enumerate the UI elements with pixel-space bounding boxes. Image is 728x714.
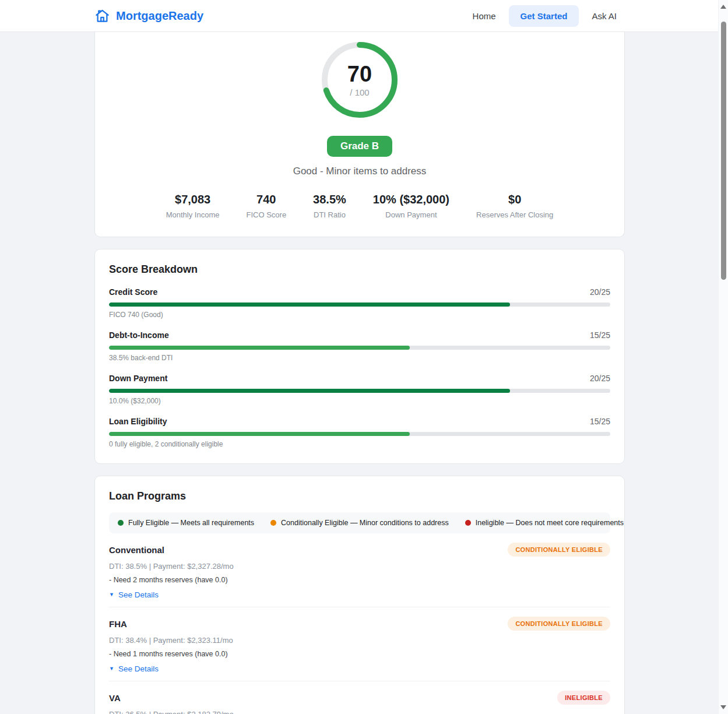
legend-label: Ineligible — Does not meet core requirem… [476, 519, 624, 527]
triangle-down-icon: ▼ [109, 666, 114, 671]
stat-label: Down Payment [373, 210, 449, 219]
loan-list: Conventional CONDITIONALLY ELIGIBLE DTI:… [109, 533, 610, 714]
brand[interactable]: MortgageReady [94, 8, 203, 24]
loan-meta: DTI: 38.4% | Payment: $2,323.11/mo [109, 636, 610, 645]
breakdown-row-head: Credit Score 20/25 [109, 287, 610, 297]
loan-programs-card: Loan Programs Fully Eligible — Meets all… [94, 476, 625, 714]
loan-note: - Need 1 months reserves (have 0.0) [109, 650, 610, 658]
stat-item: 10% ($32,000) Down Payment [373, 193, 449, 219]
loan-head: Conventional CONDITIONALLY ELIGIBLE [109, 543, 610, 557]
legend-dot-icon [118, 520, 124, 526]
breakdown-title: Score Breakdown [109, 263, 610, 276]
loan-name: FHA [109, 619, 127, 629]
stat-value: 38.5% [313, 193, 346, 206]
legend-item: Conditionally Eligible — Minor condition… [270, 519, 449, 527]
breakdown-row: Credit Score 20/25 FICO 740 (Good) [109, 287, 610, 319]
see-details-link[interactable]: ▼ See Details [109, 664, 159, 673]
loan-item: VA INELIGIBLE DTI: 36.5% | Payment: $2,1… [109, 681, 610, 714]
stat-value: $0 [476, 193, 553, 206]
breakdown-row-label: Credit Score [109, 287, 157, 297]
progress-fill [109, 303, 510, 307]
legend-item: Fully Eligible — Meets all requirements [118, 519, 254, 527]
breakdown-row-caption: 38.5% back-end DTI [109, 354, 610, 362]
legend-label: Fully Eligible — Meets all requirements [128, 519, 254, 527]
breakdown-row-label: Debt-to-Income [109, 330, 169, 340]
loan-note: - Need 2 months reserves (have 0.0) [109, 576, 610, 584]
stat-item: $7,083 Monthly Income [166, 193, 220, 219]
scrollbar-thumb[interactable] [721, 22, 726, 280]
progress-track [109, 432, 610, 436]
breakdown-row: Down Payment 20/25 10.0% ($32,000) [109, 374, 610, 405]
nav-home[interactable]: Home [465, 6, 504, 26]
loan-item: FHA CONDITIONALLY ELIGIBLE DTI: 38.4% | … [109, 607, 610, 681]
progress-fill [109, 389, 510, 393]
see-details-label: See Details [118, 664, 159, 673]
score-donut: 70 / 100 [319, 39, 400, 121]
loan-head: VA INELIGIBLE [109, 691, 610, 705]
loan-meta: DTI: 38.5% | Payment: $2,327.28/mo [109, 562, 610, 571]
score-value: 70 [347, 63, 372, 85]
breakdown-row-score: 20/25 [590, 374, 610, 383]
header-inner: MortgageReady Home Get Started Ask AI [94, 0, 625, 31]
grade-badge: Grade B [327, 136, 392, 157]
breakdown-row-caption: FICO 740 (Good) [109, 311, 610, 319]
main-nav: Home Get Started Ask AI [465, 5, 625, 27]
breakdown-row-head: Loan Eligibility 15/25 [109, 417, 610, 426]
nav-get-started[interactable]: Get Started [509, 5, 579, 27]
breakdown-row-caption: 0 fully eligible, 2 conditionally eligib… [109, 440, 610, 448]
eligibility-legend: Fully Eligible — Meets all requirements … [109, 512, 610, 533]
legend-item: Ineligible — Does not meet core requirem… [465, 519, 624, 527]
stat-value: $7,083 [166, 193, 220, 206]
score-breakdown-card: Score Breakdown Credit Score 20/25 FICO … [94, 249, 625, 464]
score-message: Good - Minor items to address [95, 166, 624, 177]
breakdown-row-label: Loan Eligibility [109, 417, 167, 426]
house-logo-icon [94, 8, 110, 24]
brand-name: MortgageReady [116, 9, 203, 23]
stat-item: $0 Reserves After Closing [476, 193, 553, 219]
app-header: MortgageReady Home Get Started Ask AI [0, 0, 718, 32]
loan-item: Conventional CONDITIONALLY ELIGIBLE DTI:… [109, 533, 610, 607]
legend-dot-icon [270, 520, 276, 526]
vertical-scrollbar[interactable] [718, 0, 728, 714]
main-content: 70 / 100 Grade B Good - Minor items to a… [94, 32, 625, 714]
legend-dot-icon [465, 520, 471, 526]
progress-track [109, 389, 610, 393]
scroll-down-arrow-icon[interactable] [720, 705, 726, 709]
breakdown-row-caption: 10.0% ($32,000) [109, 397, 610, 405]
progress-fill [109, 432, 410, 436]
breakdown-row-head: Debt-to-Income 15/25 [109, 330, 610, 340]
breakdown-row-label: Down Payment [109, 374, 167, 383]
nav-ask-ai[interactable]: Ask AI [583, 6, 625, 26]
status-badge: CONDITIONALLY ELIGIBLE [508, 617, 610, 631]
stats-row: $7,083 Monthly Income 740 FICO Score 38.… [95, 193, 624, 219]
score-denominator: / 100 [350, 87, 369, 97]
loan-meta: DTI: 36.5% | Payment: $2,182.79/mo [109, 710, 610, 714]
see-details-label: See Details [118, 590, 159, 599]
see-details-link[interactable]: ▼ See Details [109, 590, 159, 599]
stat-value: 10% ($32,000) [373, 193, 449, 206]
progress-track [109, 346, 610, 350]
stat-label: DTI Ratio [313, 210, 346, 219]
progress-fill [109, 346, 410, 350]
loan-name: Conventional [109, 545, 164, 555]
triangle-down-icon: ▼ [109, 592, 114, 597]
programs-title: Loan Programs [109, 490, 610, 502]
stat-label: Reserves After Closing [476, 210, 553, 219]
breakdown-row: Debt-to-Income 15/25 38.5% back-end DTI [109, 330, 610, 362]
stat-item: 38.5% DTI Ratio [313, 193, 346, 219]
loan-name: VA [109, 693, 121, 703]
stat-value: 740 [246, 193, 286, 206]
scroll-up-arrow-icon[interactable] [720, 5, 726, 9]
breakdown-row-head: Down Payment 20/25 [109, 374, 610, 383]
progress-track [109, 303, 610, 307]
stat-item: 740 FICO Score [246, 193, 286, 219]
score-summary-card: 70 / 100 Grade B Good - Minor items to a… [94, 32, 625, 237]
status-badge: INELIGIBLE [557, 691, 610, 705]
breakdown-row-score: 15/25 [590, 417, 610, 426]
stat-label: Monthly Income [166, 210, 220, 219]
stat-label: FICO Score [246, 210, 286, 219]
breakdown-row: Loan Eligibility 15/25 0 fully eligible,… [109, 417, 610, 448]
breakdown-row-score: 15/25 [590, 330, 610, 340]
loan-head: FHA CONDITIONALLY ELIGIBLE [109, 617, 610, 631]
breakdown-row-score: 20/25 [590, 287, 610, 297]
